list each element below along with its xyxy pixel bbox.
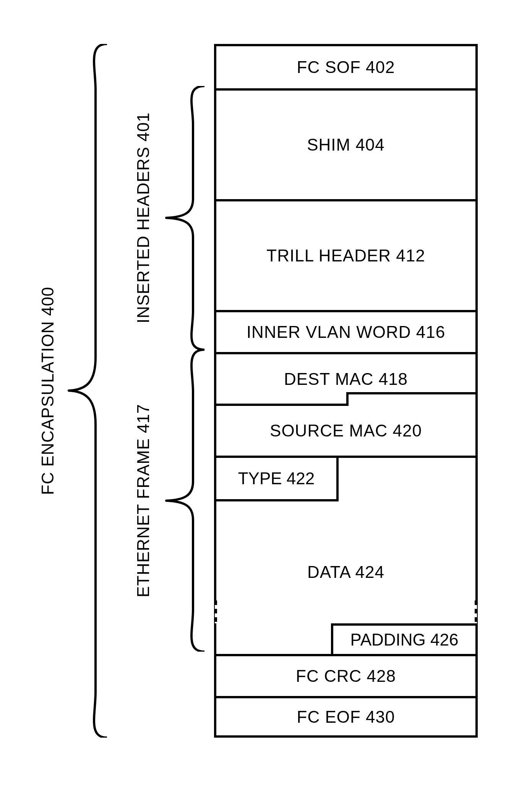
label-source-mac: SOURCE MAC 420 <box>270 421 422 440</box>
cell-fc-sof: FC SOF 402 <box>216 46 475 88</box>
cell-padding: PADDING 426 <box>331 623 475 654</box>
step-line-3 <box>346 392 475 394</box>
cell-inner-vlan: INNER VLAN WORD 416 <box>216 310 475 352</box>
cell-source-mac: SOURCE MAC 420 <box>216 406 475 456</box>
break-right <box>472 600 477 623</box>
brace-outer <box>67 44 107 738</box>
label-ethernet-frame: ETHERNET FRAME 417 <box>132 350 155 652</box>
type-top-line <box>216 456 475 458</box>
label-fc-crc: FC CRC 428 <box>296 667 396 686</box>
label-shim: SHIM 404 <box>307 135 385 154</box>
label-type: TYPE 422 <box>238 469 315 488</box>
label-fc-encapsulation: FC ENCAPSULATION 400 <box>36 44 59 738</box>
cell-shim: SHIM 404 <box>216 88 475 199</box>
label-fc-sof: FC SOF 402 <box>297 58 395 77</box>
cell-trill-header: TRILL HEADER 412 <box>216 199 475 310</box>
frame-diagram: FC SOF 402 SHIM 404 TRILL HEADER 412 INN… <box>0 0 532 790</box>
label-trill-header: TRILL HEADER 412 <box>266 246 425 265</box>
label-fc-eof: FC EOF 430 <box>297 707 395 727</box>
cell-dest-mac: DEST MAC 418 <box>216 352 475 404</box>
label-inserted-headers: INSERTED HEADERS 401 <box>132 86 155 350</box>
cell-type: TYPE 422 <box>216 456 339 501</box>
break-left <box>215 600 220 623</box>
frame-box: FC SOF 402 SHIM 404 TRILL HEADER 412 INN… <box>214 44 478 738</box>
cell-data: DATA 424 <box>216 501 475 620</box>
label-dest-mac: DEST MAC 418 <box>284 370 408 389</box>
label-inner-vlan: INNER VLAN WORD 416 <box>247 323 445 342</box>
cell-fc-crc: FC CRC 428 <box>216 654 475 696</box>
label-data: DATA 424 <box>307 563 384 582</box>
brace-inserted-headers <box>164 86 204 350</box>
cell-fc-eof: FC EOF 430 <box>216 696 475 735</box>
brace-ethernet-frame <box>164 350 204 652</box>
label-padding: PADDING 426 <box>350 630 459 649</box>
